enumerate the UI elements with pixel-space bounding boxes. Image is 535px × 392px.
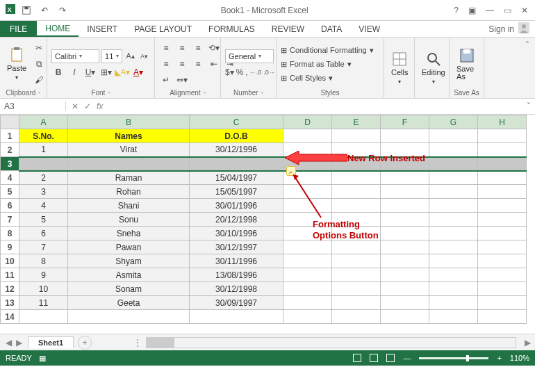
cell[interactable]: [190, 310, 283, 324]
cell[interactable]: [381, 310, 429, 324]
redo-icon[interactable]: ↷: [56, 3, 69, 17]
cell[interactable]: [190, 157, 283, 171]
cell[interactable]: 6: [19, 227, 68, 240]
cell[interactable]: [429, 282, 478, 296]
border-button[interactable]: ⊞▾: [99, 65, 113, 79]
align-middle-icon[interactable]: ≡: [175, 41, 189, 55]
save-icon[interactable]: [19, 3, 33, 17]
align-center-icon[interactable]: ≡: [175, 57, 189, 71]
number-launcher[interactable]: ▫: [261, 89, 263, 97]
increase-font-icon[interactable]: A▴: [124, 49, 136, 63]
cell[interactable]: Sonu: [68, 213, 190, 227]
cell[interactable]: 30/11/1996: [190, 254, 283, 268]
cell[interactable]: [332, 310, 381, 324]
cell[interactable]: [429, 227, 478, 240]
cell[interactable]: [478, 268, 527, 282]
orientation-icon[interactable]: ⟲▾: [207, 41, 221, 55]
new-sheet-button[interactable]: +: [78, 336, 92, 350]
cell[interactable]: 13/08/1996: [190, 268, 283, 282]
font-size-combo[interactable]: 11: [101, 49, 122, 63]
cell[interactable]: [478, 213, 527, 227]
cell[interactable]: [429, 240, 478, 254]
view-normal-icon[interactable]: [353, 354, 361, 362]
cell[interactable]: [429, 157, 478, 171]
cell[interactable]: Asmita: [68, 268, 190, 282]
cell[interactable]: 2: [19, 171, 68, 185]
number-format-combo[interactable]: General: [225, 49, 274, 63]
zoom-level[interactable]: 110%: [510, 354, 529, 362]
tab-view[interactable]: VIEW: [350, 21, 388, 37]
cell[interactable]: 8: [19, 254, 68, 268]
row-header[interactable]: 6: [1, 199, 19, 213]
ribbon-options-icon[interactable]: ▣: [468, 6, 476, 15]
cell[interactable]: [429, 254, 478, 268]
cell[interactable]: 20/12/1998: [190, 213, 283, 227]
merge-icon[interactable]: ⇔▾: [175, 73, 189, 87]
view-page-break-icon[interactable]: [386, 354, 395, 362]
cell[interactable]: [283, 282, 332, 296]
format-as-table-button[interactable]: ⊞ Format as Table▾: [281, 58, 374, 70]
cell[interactable]: [283, 254, 332, 268]
cell[interactable]: 30/12/1996: [190, 143, 283, 157]
row-header[interactable]: 2: [1, 143, 19, 157]
cell[interactable]: [478, 185, 527, 199]
row-header[interactable]: 12: [1, 282, 19, 296]
zoom-slider[interactable]: [419, 357, 488, 359]
cut-icon[interactable]: ✂: [32, 41, 46, 55]
cell[interactable]: [478, 199, 527, 213]
cell[interactable]: [478, 171, 527, 185]
cell[interactable]: Pawan: [68, 240, 190, 254]
col-header-h[interactable]: H: [478, 115, 527, 129]
expand-formula-bar-icon[interactable]: ˅: [522, 101, 535, 111]
cell[interactable]: [478, 310, 527, 324]
cell[interactable]: [332, 254, 381, 268]
cell[interactable]: 10: [19, 282, 68, 296]
cell[interactable]: [332, 282, 381, 296]
sheet-prev-icon[interactable]: ◀: [6, 338, 12, 348]
cell[interactable]: 30/09/1997: [190, 296, 283, 310]
comma-icon[interactable]: ,: [245, 65, 247, 79]
col-header-b[interactable]: B: [68, 115, 190, 129]
cell[interactable]: [283, 268, 332, 282]
wrap-text-icon[interactable]: ↵: [159, 73, 173, 87]
cell[interactable]: [381, 268, 429, 282]
sheet-next-icon[interactable]: ▶: [16, 338, 22, 348]
cell[interactable]: D.O.B: [190, 129, 283, 143]
row-header[interactable]: 10: [1, 254, 19, 268]
tab-home[interactable]: HOME: [37, 21, 79, 37]
cell[interactable]: [429, 268, 478, 282]
cell[interactable]: [332, 185, 381, 199]
tab-data[interactable]: DATA: [313, 21, 350, 37]
cell[interactable]: [478, 129, 527, 143]
font-launcher[interactable]: ▫: [108, 89, 110, 97]
cell[interactable]: [429, 143, 478, 157]
row-header[interactable]: 1: [1, 129, 19, 143]
cell[interactable]: S.No.: [19, 129, 68, 143]
sheet-tab[interactable]: Sheet1: [28, 336, 74, 348]
cell[interactable]: 1: [19, 143, 68, 157]
cell[interactable]: 11: [19, 296, 68, 310]
align-bottom-icon[interactable]: ≡: [191, 41, 205, 55]
cell[interactable]: Shyam: [68, 254, 190, 268]
tab-formulas[interactable]: FORMULAS: [200, 21, 263, 37]
col-header-f[interactable]: F: [381, 115, 429, 129]
cancel-formula-icon[interactable]: ✕: [72, 101, 79, 111]
underline-button[interactable]: U▾: [83, 65, 97, 79]
currency-icon[interactable]: $▾: [225, 65, 234, 79]
cell[interactable]: [283, 296, 332, 310]
cell[interactable]: [429, 199, 478, 213]
cell[interactable]: [68, 157, 190, 171]
undo-icon[interactable]: ↶: [38, 3, 51, 17]
percent-icon[interactable]: %: [236, 65, 244, 79]
help-icon[interactable]: ?: [454, 6, 459, 15]
cell[interactable]: [381, 171, 429, 185]
cell[interactable]: [478, 296, 527, 310]
cell[interactable]: [332, 171, 381, 185]
cell[interactable]: Geeta: [68, 296, 190, 310]
cell[interactable]: 15/04/1997: [190, 171, 283, 185]
col-header-d[interactable]: D: [283, 115, 332, 129]
zoom-out-icon[interactable]: —: [403, 354, 411, 362]
cell-selected[interactable]: [19, 157, 68, 171]
cell[interactable]: 5: [19, 213, 68, 227]
cell[interactable]: [478, 254, 527, 268]
